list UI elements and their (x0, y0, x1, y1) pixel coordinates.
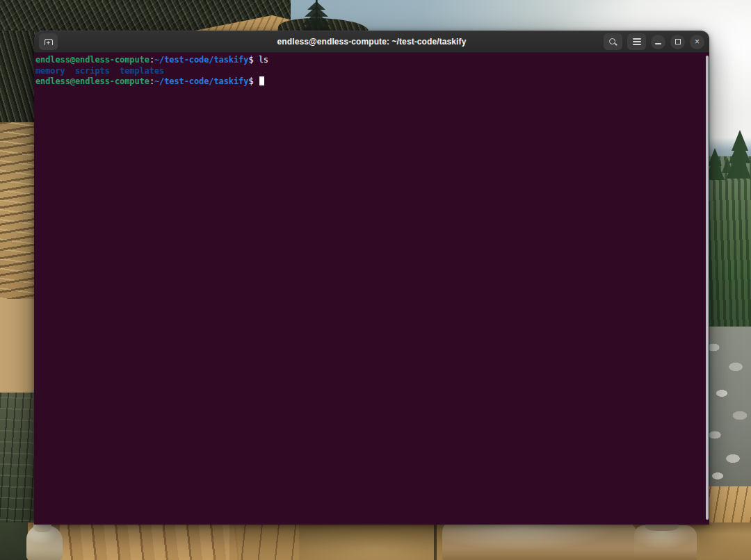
sandy-ground (299, 522, 452, 560)
menu-button[interactable] (627, 33, 646, 50)
shingle-pile (0, 122, 34, 299)
maximize-button[interactable] (670, 35, 685, 49)
terminal-cursor (259, 76, 264, 85)
pine-forest (705, 156, 751, 330)
rocky-scree (705, 327, 751, 490)
green-shingles (0, 393, 34, 532)
terminal-text-segment: $ (248, 76, 258, 86)
large-stone (442, 520, 637, 560)
terminal-text-segment (65, 66, 75, 76)
terminal-text-segment: : (150, 55, 154, 65)
terminal-text-segment: ~/test-code/taskify (154, 76, 248, 86)
terminal-text-segment: endless@endless-compute (35, 55, 150, 65)
pine-tree-silhouette (298, 0, 346, 35)
log-beam (0, 299, 34, 393)
terminal-text-segment (110, 66, 120, 76)
plank-fence (60, 522, 241, 560)
terminal-text-segment: scripts (75, 66, 110, 76)
headerbar[interactable]: endless@endless-compute: ~/test-code/tas… (34, 31, 709, 53)
terminal-text-segment: endless@endless-compute (35, 76, 150, 86)
desktop: endless@endless-compute: ~/test-code/tas… (0, 0, 751, 560)
dark-corner (0, 522, 28, 560)
hamburger-menu-icon (633, 38, 641, 45)
thin-pole (434, 522, 437, 560)
terminal-text-segment: : (150, 76, 154, 86)
terminal-text-segment: memory (35, 66, 65, 76)
twig-roof-left (0, 31, 34, 122)
close-icon: × (695, 38, 700, 46)
search-button[interactable] (604, 33, 622, 50)
terminal-window: endless@endless-compute: ~/test-code/tas… (34, 31, 709, 525)
terminal-text-segment: ls (259, 55, 268, 65)
terminal-line: endless@endless-compute:~/test-code/task… (35, 76, 704, 88)
minimize-icon (655, 43, 661, 44)
terminal-line: endless@endless-compute:~/test-code/task… (35, 55, 704, 66)
terminal-text-segment: ~/test-code/taskify (154, 55, 248, 65)
terminal-lines: endless@endless-compute:~/test-code/task… (34, 53, 709, 88)
minimize-button[interactable] (651, 35, 665, 49)
terminal-text-segment: templates (120, 66, 164, 76)
close-button[interactable]: × (690, 35, 704, 49)
terminal-scrollbar[interactable] (706, 56, 709, 520)
maximize-icon (675, 39, 681, 44)
new-tab-button[interactable] (39, 33, 58, 50)
terminal-text-segment: $ (248, 55, 258, 65)
terminal-line: memory scripts templates (35, 66, 704, 77)
magnifier-icon (608, 38, 617, 47)
terminal-screen[interactable]: endless@endless-compute:~/test-code/task… (34, 53, 709, 525)
tab-new-icon (45, 39, 53, 45)
